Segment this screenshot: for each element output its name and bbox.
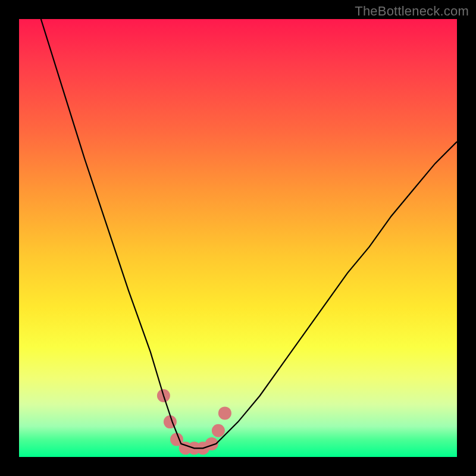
curve-svg [19,19,457,457]
watermark-text: TheBottleneck.com [355,4,469,19]
bottleneck-curve [41,19,457,448]
chart-frame: TheBottleneck.com [0,0,476,476]
highlight-marker [212,424,225,437]
highlight-marker [218,406,231,419]
highlight-markers [157,389,231,455]
plot-area [19,19,457,457]
